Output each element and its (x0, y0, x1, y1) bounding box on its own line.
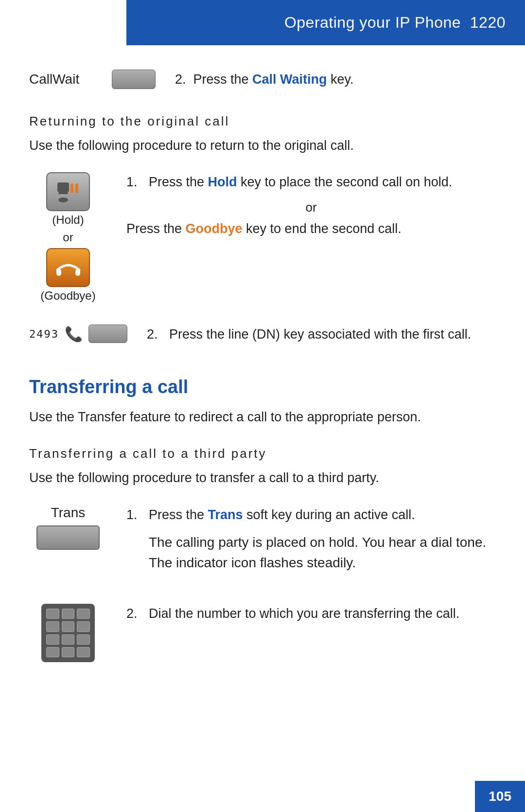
callwait-step2-prefix: Press the (193, 72, 253, 87)
callwait-step2: 2. Press the Call Waiting key. (175, 70, 354, 90)
dn-icon-col: 2493 📞 (29, 322, 127, 343)
trans-key-btn (36, 525, 100, 550)
page-number: 105 (489, 789, 511, 804)
dn-key-row: 2493 📞 2. Press the line (DN) key associ… (29, 322, 496, 352)
svg-rect-3 (75, 183, 78, 193)
svg-rect-5 (56, 269, 61, 276)
step1-key: Hold (208, 175, 237, 189)
svg-rect-0 (57, 182, 69, 192)
keypad-steps-col: 2. Dial the number to which you are tran… (126, 601, 496, 632)
trans-step1-suffix: soft key during an active call. (243, 507, 415, 522)
keypad-key-3 (77, 609, 90, 619)
step1b-key: Goodbye (186, 221, 243, 236)
dn-steps-col: 2. Press the line (DN) key associated wi… (147, 322, 496, 352)
callwait-row: CallWait 2. Press the Call Waiting key. (29, 70, 496, 90)
keypad-step2-text: Dial the number to which you are transfe… (149, 604, 459, 624)
hold-label: (Hold) (52, 213, 84, 227)
header-title-text: Operating your IP Phone (284, 14, 461, 31)
keypad-key-hash (77, 647, 90, 657)
trans-icon-col: Trans (29, 503, 107, 550)
trans-step1-prefix: Press the (149, 507, 208, 522)
keypad-key-8 (62, 634, 75, 645)
callwait-step2-key: Call Waiting (252, 72, 327, 87)
keypad-key-6 (77, 621, 90, 632)
transferring-sub-desc: Use the following procedure to transfer … (29, 468, 496, 488)
goodbye-label: (Goodbye) (40, 289, 95, 303)
keypad-icon-col (29, 601, 107, 662)
step1b-goodbye: Press the Goodbye key to end the second … (126, 219, 496, 239)
dn-number: 2493 (29, 328, 59, 340)
goodbye-key-icon (46, 248, 90, 287)
trans-step1-note: The calling party is placed on hold. You… (126, 532, 496, 573)
trans-steps-col: 1. Press the Trans soft key during an ac… (126, 503, 496, 582)
keypad-step2: 2. Dial the number to which you are tran… (126, 604, 496, 624)
page-footer: 105 (475, 781, 525, 812)
dn-row: 2493 📞 (29, 325, 127, 343)
callwait-label: CallWait (29, 72, 92, 87)
keypad-key-2 (62, 609, 75, 619)
step1-hold: 1. Press the Hold key to place the secon… (126, 172, 496, 192)
keypad-key-star (46, 647, 59, 657)
step2-dn: 2. Press the line (DN) key associated wi… (147, 325, 496, 344)
keypad-icon (41, 604, 95, 662)
phone-icon: 📞 (65, 325, 83, 343)
step1-suffix: key to place the second call on hold. (237, 175, 453, 189)
returning-heading: Returning to the original call (29, 114, 496, 129)
or-text-middle: or (126, 200, 496, 215)
step2-dn-text: Press the line (DN) key associated with … (169, 325, 471, 344)
callwait-key-icon (112, 70, 156, 89)
trans-step1-key: Trans (208, 507, 243, 522)
keypad-key-1 (46, 609, 59, 619)
keypad-key-4 (46, 621, 59, 632)
trans-step1: 1. Press the Trans soft key during an ac… (126, 505, 496, 525)
hold-goodbye-row: (Hold) or (Goodbye) 1. Press the Hold ke… (29, 170, 496, 303)
header-title: Operating your IP Phone 1220 (284, 14, 506, 32)
keypad-key-7 (46, 634, 59, 645)
keypad-key-9 (77, 634, 90, 645)
hold-goodbye-icon-col: (Hold) or (Goodbye) (29, 170, 107, 303)
step1b-suffix: key to end the second call. (243, 221, 402, 236)
trans-key-row: Trans 1. Press the Trans soft key during… (29, 503, 496, 582)
svg-rect-1 (58, 192, 68, 194)
trans-label: Trans (51, 505, 86, 521)
svg-rect-2 (70, 183, 73, 193)
callwait-step2-end: key. (327, 72, 354, 87)
step1-prefix: Press the (149, 175, 208, 189)
hold-goodbye-steps: 1. Press the Hold key to place the secon… (126, 170, 496, 246)
hold-key-icon (46, 172, 90, 211)
hold-or-label: or (63, 231, 73, 244)
goodbye-icon-svg (55, 255, 82, 280)
keypad-row: 2. Dial the number to which you are tran… (29, 601, 496, 662)
svg-point-4 (58, 198, 68, 202)
transferring-title: Transferring a call (29, 377, 496, 397)
dn-key-btn (88, 325, 127, 343)
header-title-num: 1220 (470, 14, 506, 31)
hold-icon-svg (53, 179, 83, 205)
transferring-desc: Use the Transfer feature to redirect a c… (29, 407, 496, 427)
returning-desc: Use the following procedure to return to… (29, 136, 496, 156)
svg-rect-6 (75, 269, 80, 276)
transferring-sub-heading: Transferring a call to a third party (29, 446, 496, 461)
step1b-prefix: Press the (126, 221, 186, 236)
main-content: CallWait 2. Press the Call Waiting key. … (0, 45, 525, 721)
keypad-key-5 (62, 621, 75, 632)
page-header: Operating your IP Phone 1220 (126, 0, 525, 45)
keypad-key-0 (62, 647, 75, 657)
